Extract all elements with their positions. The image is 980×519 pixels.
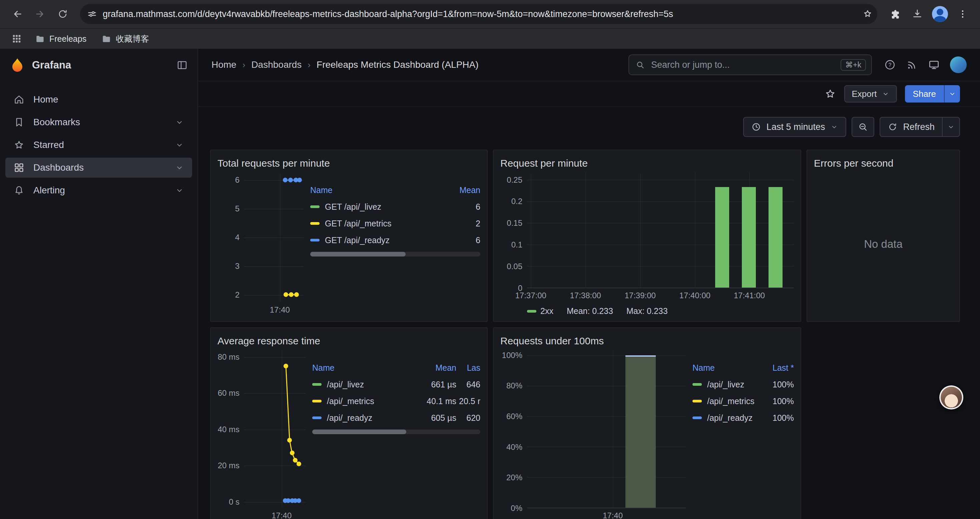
chevron-down-icon (948, 90, 956, 98)
search-icon (635, 60, 645, 70)
zoom-out-button[interactable] (851, 117, 874, 137)
browser-toolbar: grafana.mathmast.com/d/deytv4rwavabkb/fr… (0, 0, 980, 28)
bookmark-star-icon[interactable] (862, 8, 873, 20)
legend-series-name[interactable]: GET /api/_readyz (325, 235, 390, 245)
extensions-button[interactable] (884, 3, 905, 25)
refresh-label: Refresh (903, 122, 935, 132)
rss-icon[interactable] (906, 59, 918, 71)
legend-row: /api/_readyz 100% (692, 409, 794, 426)
sidebar-item-dashboards[interactable]: Dashboards (5, 158, 192, 178)
refresh-button-group: Refresh (880, 117, 960, 137)
sidebar-item-starred[interactable]: Starred (5, 135, 192, 155)
x-axis: 17:40 (244, 303, 304, 316)
legend-header-name[interactable]: Name (312, 363, 418, 373)
url-text[interactable]: grafana.mathmast.com/d/deytv4rwavabkb/fr… (103, 9, 857, 19)
legend-mean-value: 6 (447, 202, 480, 212)
chrome-profile-avatar (932, 6, 948, 22)
legend-header-mean[interactable]: Mean (418, 363, 456, 373)
legend-series-name[interactable]: /api/_readyz (707, 413, 752, 423)
series-color-dash (310, 222, 320, 225)
search-input[interactable] (650, 59, 836, 71)
monitor-icon[interactable] (928, 59, 940, 71)
back-button[interactable] (7, 3, 28, 25)
export-button[interactable]: Export (844, 85, 897, 102)
legend-header-last[interactable]: Las (456, 363, 480, 373)
legend-header-mean[interactable]: Mean (447, 185, 480, 195)
search-box[interactable]: ⌘+k (628, 54, 872, 75)
export-label: Export (851, 89, 877, 99)
legend-scrollbar[interactable] (310, 252, 480, 257)
panel-title[interactable]: Total requests per minute (218, 154, 480, 172)
series-color-dash (312, 417, 321, 419)
bookmark-folder-blogs[interactable]: 收藏博客 (96, 31, 154, 46)
no-data-message: No data (814, 172, 953, 316)
help-icon[interactable]: ? (884, 59, 896, 71)
legend-series-name[interactable]: /api/_metrics (327, 396, 374, 406)
legend-series-name[interactable]: /api/_readyz (327, 413, 372, 423)
chevron-down-icon[interactable] (175, 186, 184, 195)
favorite-star-icon[interactable] (824, 88, 836, 100)
brand-title: Grafana (32, 59, 71, 71)
legend-mean-value: 661 µs (418, 380, 456, 390)
legend-max: Max: 0.233 (627, 306, 668, 316)
breadcrumb-home[interactable]: Home (212, 59, 237, 70)
dashboard-grid: Total requests per minute 6 5 4 3 2 (198, 137, 980, 519)
grafana-logo[interactable] (10, 57, 25, 73)
url-bar[interactable]: grafana.mathmast.com/d/deytv4rwavabkb/fr… (80, 4, 877, 24)
sidebar-item-label: Starred (33, 140, 64, 150)
apps-grid-button[interactable] (8, 30, 25, 48)
assistant-avatar[interactable] (939, 385, 963, 409)
legend-series-name[interactable]: 2xx (540, 306, 554, 316)
legend-series-name[interactable]: GET /api/_metrics (325, 219, 391, 228)
panel-title[interactable]: Request per minute (500, 154, 794, 172)
sidebar-collapse-icon[interactable] (176, 59, 188, 71)
refresh-interval-button[interactable] (943, 117, 960, 137)
breadcrumb-current: Freeleaps Metrics Dashboard (ALPHA) (317, 59, 479, 70)
time-range-label: Last 5 minutes (767, 122, 825, 132)
reload-button[interactable] (52, 3, 73, 25)
sidebar-item-alerting[interactable]: Alerting (5, 180, 192, 200)
series-color-dash (312, 400, 321, 402)
sidebar-item-home[interactable]: Home (5, 89, 192, 110)
panel-title[interactable]: Errors per second (814, 154, 953, 172)
legend-series-name[interactable]: GET /api/_livez (325, 202, 381, 212)
chevron-down-icon[interactable] (175, 163, 184, 172)
legend-row: GET /api/_livez 6 (310, 198, 480, 215)
breadcrumb-dashboards[interactable]: Dashboards (251, 59, 302, 70)
panel-average-response-time: Average response time 80 ms 60 ms 40 ms … (210, 327, 488, 519)
legend-header-name[interactable]: Name (310, 185, 447, 195)
refresh-button[interactable]: Refresh (880, 117, 943, 137)
y-axis: 6 5 4 3 2 (218, 172, 244, 303)
chevron-down-icon[interactable] (175, 118, 184, 127)
site-info-icon[interactable] (87, 9, 97, 19)
legend-row: GET /api/_readyz 6 (310, 232, 480, 249)
time-range-picker[interactable]: Last 5 minutes (743, 117, 846, 137)
downloads-button[interactable] (907, 3, 928, 25)
share-button[interactable]: Share (905, 85, 944, 102)
legend-series-name[interactable]: /api/_livez (327, 380, 364, 390)
share-menu-button[interactable] (944, 85, 960, 102)
legend-header-last[interactable]: Last * (762, 363, 794, 373)
profile-button[interactable] (929, 3, 951, 25)
panel-title[interactable]: Requests under 100ms (500, 332, 794, 350)
sidebar: Grafana Home Bookmarks Starred Dashboard… (0, 49, 198, 519)
bookmark-folder-freeleaps[interactable]: Freeleaps (29, 31, 92, 46)
bookmark-icon (13, 117, 25, 128)
legend-mean: Mean: 0.233 (567, 306, 613, 316)
chevron-down-icon[interactable] (175, 140, 184, 150)
browser-menu-button[interactable] (952, 3, 973, 25)
series-color-dash (310, 239, 320, 241)
panel-title[interactable]: Average response time (218, 332, 480, 350)
user-avatar[interactable] (950, 56, 967, 73)
legend-series-name[interactable]: /api/_livez (707, 380, 744, 390)
panel-request-per-minute: Request per minute 0.25 0.2 0.15 0.1 0.0… (493, 150, 801, 322)
legend-series-name[interactable]: /api/_metrics (707, 396, 754, 406)
sidebar-item-label: Alerting (33, 185, 65, 196)
sidebar-item-bookmarks[interactable]: Bookmarks (5, 112, 192, 132)
legend: Name Last * /api/_livez 100% /api/_metri… (692, 350, 794, 519)
forward-button[interactable] (29, 3, 51, 25)
zoom-out-icon (858, 121, 868, 132)
legend-header-name[interactable]: Name (692, 363, 762, 373)
legend-scrollbar[interactable] (312, 430, 480, 434)
bookmarks-bar: Freeleaps 收藏博客 (0, 28, 980, 49)
